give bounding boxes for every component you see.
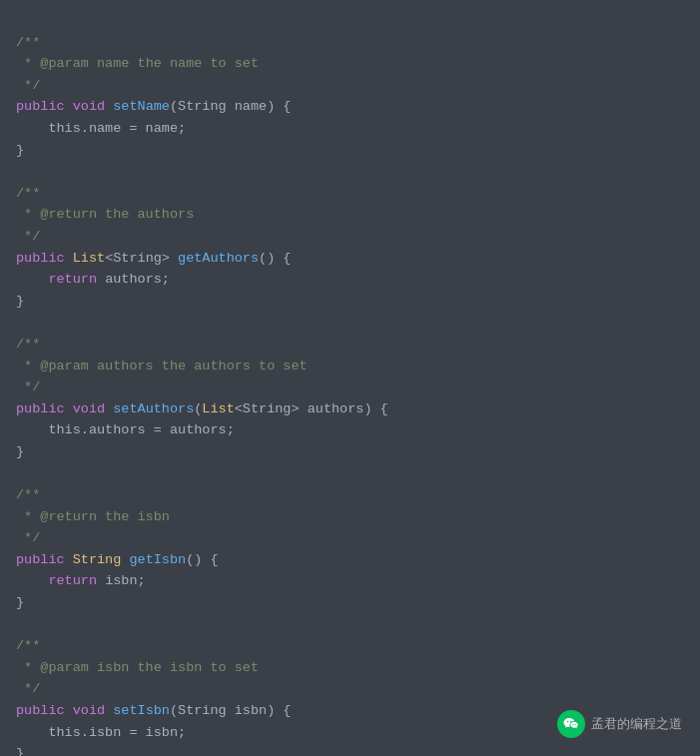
code-line: public List<String> getAuthors() { xyxy=(16,251,291,266)
code-line: } xyxy=(16,294,24,309)
comment-line: */ xyxy=(16,78,40,93)
code-line: return isbn; xyxy=(16,573,146,588)
code-line: public void setAuthors(List<String> auth… xyxy=(16,401,388,416)
comment-line: * @return the authors xyxy=(16,207,194,222)
wechat-icon xyxy=(557,710,585,738)
code-line: } xyxy=(16,746,24,756)
code-line: public void setName(String name) { xyxy=(16,99,291,114)
code-line: this.authors = authors; xyxy=(16,422,235,437)
comment-line: * @param name the name to set xyxy=(16,56,259,71)
comment-line: */ xyxy=(16,681,40,696)
watermark-label: 孟君的编程之道 xyxy=(591,714,682,735)
code-line: public String getIsbn() { xyxy=(16,552,219,567)
code-line: this.name = name; xyxy=(16,121,186,136)
comment-line: */ xyxy=(16,530,40,545)
comment-line: */ xyxy=(16,379,40,394)
comment-line: /** xyxy=(16,638,40,653)
comment-line: * @return the isbn xyxy=(16,509,170,524)
code-line: this.isbn = isbn; xyxy=(16,725,186,740)
comment-line: * @param authors the authors to set xyxy=(16,359,308,374)
comment-line: /** xyxy=(16,186,40,201)
comment-line: * @param isbn the isbn to set xyxy=(16,660,259,675)
code-line: public void setIsbn(String isbn) { xyxy=(16,703,291,718)
code-line: return authors; xyxy=(16,272,170,287)
comment-line: /** xyxy=(16,337,40,352)
code-line: } xyxy=(16,143,24,158)
code-line: } xyxy=(16,444,24,459)
code-block: /** * @param name the name to set */ pub… xyxy=(0,0,700,756)
comment-line: */ xyxy=(16,229,40,244)
comment-line: /** xyxy=(16,35,40,50)
comment-line: /** xyxy=(16,487,40,502)
watermark: 孟君的编程之道 xyxy=(557,710,682,738)
code-line: } xyxy=(16,595,24,610)
